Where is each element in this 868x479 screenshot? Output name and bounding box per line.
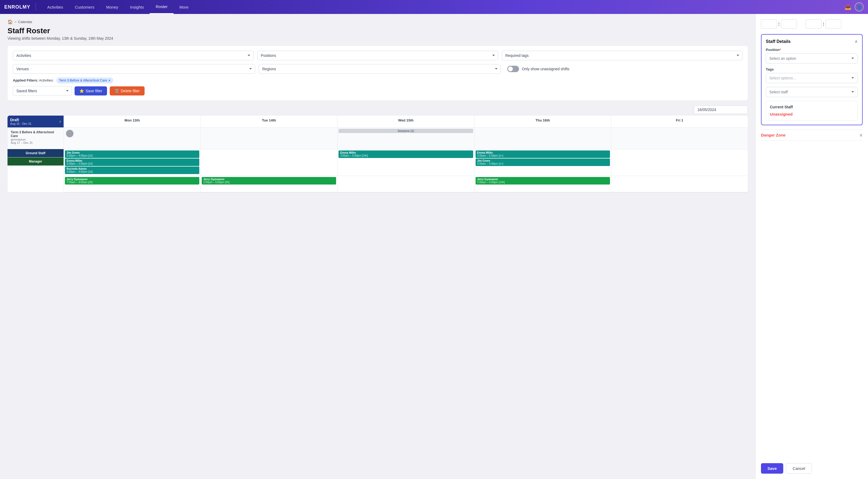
danger-chevron-icon: ∨ (860, 132, 863, 137)
saved-filters-select[interactable]: Saved filters (13, 86, 72, 96)
shift-emma-miller-3[interactable]: Emma Miller 3:00am – 5:00pm [1+] (475, 151, 610, 158)
activities-filter-label: Activities: (39, 78, 54, 82)
calendar-date-input[interactable] (694, 105, 748, 114)
activity-name: Term 3 Before & Afterschool Care (11, 130, 60, 138)
positions-filter[interactable]: Positions (257, 51, 498, 60)
nav-item-money[interactable]: Money (100, 0, 124, 14)
save-filter-label: Save filter (86, 89, 102, 93)
breadcrumb-sep: > (14, 20, 17, 24)
start-colon: : (778, 21, 780, 27)
current-staff-box: Current Staff Unassigned (766, 101, 858, 120)
danger-zone: Danger Zone ∨ (761, 130, 863, 140)
end-time-group: 17 : 00 (806, 19, 841, 29)
shift-jim-green-2[interactable]: Jim Green 3:00am – 5:00pm [1+] (475, 159, 610, 166)
time-row: 09 : 00 17 : 00 (761, 19, 863, 29)
shift-jim-green[interactable]: Jim Green 3:00pm – 4:00pm [1h] (65, 151, 199, 158)
activity-cell-4 (611, 128, 748, 149)
staff-details-title: Staff Details (766, 39, 790, 44)
calendar-day-headers: Mon 13th Tue 14th Wed 15th Thu 16th Fri … (64, 116, 748, 127)
start-hour-input[interactable]: 09 (761, 19, 777, 29)
shift-name: Jim Green (66, 151, 198, 154)
venues-filter[interactable]: Venues (13, 64, 255, 74)
filter-actions: Saved filters ⭐ Save filter 🗑️ Delete fi… (13, 86, 742, 96)
notifications-button[interactable]: 📥 (845, 4, 851, 10)
position-select[interactable]: Select an option (766, 53, 858, 64)
nav-item-insights[interactable]: Insights (124, 0, 150, 14)
nav-item-more[interactable]: More (174, 0, 194, 14)
nav-item-activities[interactable]: Activities (41, 0, 69, 14)
shift-jerry-1[interactable]: Jerry Gymowner 2:00pm – 5:00pm [3h] (202, 177, 336, 185)
staff-details-header[interactable]: Staff Details ∧ (766, 39, 858, 44)
page-title: Staff Roster (7, 27, 748, 35)
shift-time: 3:00am – 5:00pm [14h] (340, 154, 471, 157)
avatar-circle (66, 130, 73, 137)
filter-tag: Term 3 Before & Afterschool Care × (56, 77, 113, 84)
required-tags-filter[interactable]: Required tags (502, 51, 742, 60)
navigation: ENROLMY Activities Customers Money Insig… (0, 0, 868, 14)
draft-dates: Aug 15 - Dec 31 (10, 122, 32, 125)
staff-select-group: Select staff (766, 87, 858, 97)
shift-emma-miller-2[interactable]: Emma Miller 3:00am – 5:00pm [14h] (339, 151, 473, 158)
shift-name: Rochelle Admin (66, 167, 198, 170)
shift-name: Jerry Gymowner (66, 178, 198, 181)
calendar: Draft Aug 15 - Dec 31 › Mon 13th Tue 14t… (7, 116, 748, 192)
end-hour-input[interactable]: 17 (806, 19, 822, 29)
left-panel: 🏠 > Calendar Staff Roster Viewing shifts… (0, 14, 755, 479)
unassigned-toggle[interactable] (507, 66, 519, 72)
activity-row-label: Term 3 Before & Afterschool Care gymnasi… (7, 128, 64, 149)
action-row: Save Cancel (761, 459, 863, 474)
tags-label: Tags (766, 67, 858, 71)
calendar-grid: Sessions (2) Jim Green 3:00pm – 4:00pm [… (64, 128, 748, 192)
calendar-sidebar-body: Term 3 Before & Afterschool Care gymnasi… (7, 128, 64, 192)
start-min-input[interactable]: 00 (781, 19, 797, 29)
sessions-badge[interactable]: Sessions (2) (339, 129, 473, 133)
shift-time: 3:00am – 5:00pm [1+] (477, 162, 608, 165)
position-label-ground: Ground Staff (7, 149, 64, 157)
nav-item-customers[interactable]: Customers (69, 0, 100, 14)
applied-label: Applied Filters: (13, 78, 38, 82)
toggle-slider (507, 66, 519, 72)
day-header-1: Tue 14th (200, 116, 337, 127)
shift-jerry-0[interactable]: Jerry Gymowner 7:00am – 9:00am [2h] (65, 177, 199, 185)
shift-time: 3:00pm – 4:00pm [1h] (66, 162, 198, 165)
shift-name: Jim Green (477, 159, 608, 162)
day-header-0: Mon 13th (64, 116, 200, 127)
nav-item-roster[interactable]: Roster (150, 0, 173, 14)
ground-staff-row: Jim Green 3:00pm – 4:00pm [1h] Emma Mill… (64, 149, 748, 176)
draft-pill[interactable]: Draft Aug 15 - Dec 31 › (7, 116, 64, 127)
day-header-3: Thu 16th (474, 116, 611, 127)
activity-cell-1 (200, 128, 337, 149)
filter-tag-remove[interactable]: × (108, 78, 111, 83)
shift-emma-miller-1[interactable]: Emma Miller 3:00pm – 4:00pm [1h] (65, 159, 199, 166)
cancel-button[interactable]: Cancel (786, 463, 812, 474)
avatar-initials: 👤 (857, 5, 861, 9)
shift-name: Jerry Gymowner (477, 178, 608, 181)
delete-filter-button[interactable]: 🗑️ Delete filter (110, 86, 145, 95)
avatar[interactable]: 👤 (855, 2, 864, 11)
end-min-input[interactable]: 00 (825, 19, 841, 29)
manager-cell-2 (337, 176, 474, 192)
shift-time: 3:00pm – 4:00pm [1h] (66, 170, 198, 173)
ground-cell-2: Emma Miller 3:00am – 5:00pm [14h] (337, 149, 474, 176)
danger-zone-title: Danger Zone (761, 133, 786, 137)
danger-zone-header[interactable]: Danger Zone ∨ (761, 130, 863, 140)
shift-time: 3:00am – 5:00pm [14h] (477, 181, 608, 184)
shift-rochelle-admin[interactable]: Rochelle Admin 3:00pm – 4:00pm [1h] (65, 166, 199, 174)
save-button[interactable]: Save (761, 463, 783, 474)
ground-cell-4 (611, 149, 748, 176)
activities-filter[interactable]: Activities (13, 51, 253, 60)
save-filter-button[interactable]: ⭐ Save filter (74, 86, 107, 95)
inbox-icon: 📥 (845, 4, 851, 10)
calendar-sidebar-header: Draft Aug 15 - Dec 31 › (7, 116, 64, 127)
position-group: Position* Select an option (766, 48, 858, 64)
shift-jerry-3[interactable]: Jerry Gymowner 3:00am – 5:00pm [14h] (475, 177, 610, 185)
end-colon: : (823, 21, 824, 27)
breadcrumb-current: Calendar (18, 20, 32, 24)
shift-name: Jerry Gymowner (203, 178, 335, 181)
regions-filter[interactable]: Regions (259, 64, 501, 74)
home-icon[interactable]: 🏠 (7, 19, 13, 24)
filter-tag-text: Term 3 Before & Afterschool Care (59, 78, 107, 82)
tags-select[interactable]: Select options... (766, 73, 858, 83)
staff-select[interactable]: Select staff (766, 87, 858, 97)
day-header-4: Fri 1 (611, 116, 748, 127)
